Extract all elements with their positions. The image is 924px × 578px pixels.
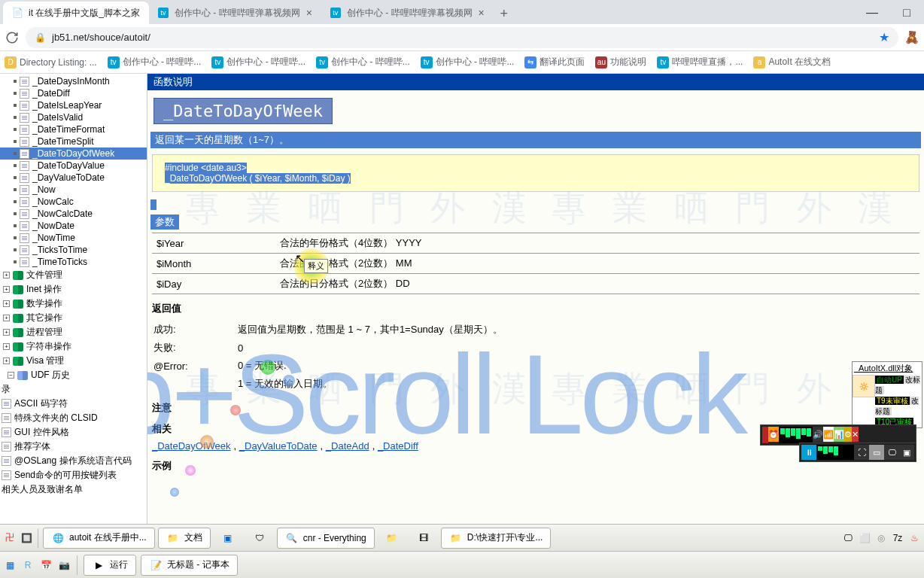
clock-icon[interactable]: ⏰ bbox=[768, 427, 779, 442]
bookmark-item[interactable]: tv创作中心 - 哔哩哔... bbox=[108, 56, 202, 68]
tree-item[interactable]: GUI 控件风格 bbox=[0, 425, 147, 440]
app-icon[interactable]: 🖵 bbox=[841, 531, 855, 545]
expand-icon[interactable]: + bbox=[3, 315, 10, 321]
expand-icon[interactable]: + bbox=[3, 286, 10, 293]
app-icon[interactable]: ⬜ bbox=[858, 531, 871, 545]
tree-item[interactable]: _NowCalc bbox=[0, 196, 147, 208]
gear-icon[interactable]: ⚙ bbox=[844, 427, 852, 442]
tab-active[interactable]: 📄 it 在线手册中文版_脚本之家 bbox=[3, 2, 149, 24]
app-icon[interactable]: ▦ bbox=[3, 558, 17, 572]
nav-tree[interactable]: _DateDaysInMonth_DateDiff_DateIsLeapYear… bbox=[0, 74, 147, 524]
close-icon[interactable]: × bbox=[479, 7, 485, 19]
expand-icon[interactable]: + bbox=[3, 343, 10, 350]
app-icon[interactable]: 📅 bbox=[39, 558, 53, 572]
tree-item[interactable]: _TimeToTicks bbox=[0, 256, 147, 268]
close-icon[interactable]: × bbox=[306, 7, 312, 19]
extension-icon[interactable]: 🧸 bbox=[904, 30, 919, 44]
app-icon[interactable]: 📷 bbox=[57, 558, 71, 572]
app-icon[interactable]: 卍 bbox=[3, 531, 17, 545]
tree-item[interactable]: _DateToDayOfWeek bbox=[0, 148, 147, 160]
tree-folder[interactable]: +文件管理 bbox=[0, 268, 147, 282]
border-icon[interactable]: ▣ bbox=[899, 445, 914, 460]
tree-folder[interactable]: +Inet 操作 bbox=[0, 282, 147, 297]
star-icon[interactable]: ★ bbox=[879, 30, 889, 44]
close-icon[interactable]: ✕ bbox=[852, 427, 859, 442]
taskbar-folder[interactable]: 📁D:\快速打开\专业... bbox=[441, 528, 552, 549]
app-icon[interactable]: ◎ bbox=[874, 531, 888, 545]
tree-item[interactable]: _DayValueToDate bbox=[0, 172, 147, 184]
taskbar-2[interactable]: ▦ R 📅 📷 ▶运行 📝无标题 - 记事本 bbox=[0, 551, 924, 578]
bookmark-item[interactable]: tv创作中心 - 哔哩哔... bbox=[316, 56, 410, 68]
related-link[interactable]: _DayValueToDate bbox=[239, 440, 318, 452]
taskbar-app[interactable]: 🎞 bbox=[409, 528, 438, 548]
app-icon[interactable]: ♨ bbox=[907, 531, 921, 545]
tree-folder[interactable]: +Visa 管理 bbox=[0, 354, 147, 368]
taskbar-everything[interactable]: 🔍cnr - Everything bbox=[277, 528, 375, 549]
taskbar-chrome[interactable]: 🌐autoit 在线手册中... bbox=[43, 528, 155, 549]
equalizer-icon[interactable] bbox=[779, 427, 813, 443]
tree-item[interactable]: _DateIsLeapYear bbox=[0, 99, 147, 111]
tree-item[interactable]: 推荐字体 bbox=[0, 440, 147, 454]
bookmark-item[interactable]: DDirectory Listing: ... bbox=[5, 56, 97, 68]
taskbar-notepad[interactable]: 📝无标题 - 记事本 bbox=[141, 555, 238, 576]
expand-icon[interactable]: + bbox=[3, 272, 10, 278]
maximize-button[interactable]: □ bbox=[889, 2, 924, 24]
tree-folder[interactable]: +数学操作 bbox=[0, 297, 147, 311]
tab-2[interactable]: tv 创作中心 - 哔哩哔哩弹幕视频网 × bbox=[149, 2, 321, 24]
tab-3[interactable]: tv 创作中心 - 哔哩哔哩弹幕视频网 × bbox=[321, 2, 494, 24]
tree-item[interactable]: _NowTime bbox=[0, 232, 147, 244]
tree-item[interactable]: _Now bbox=[0, 184, 147, 196]
new-tab-button[interactable]: + bbox=[494, 3, 515, 24]
tree-item[interactable]: _DateDiff bbox=[0, 87, 147, 99]
app-icon[interactable]: R bbox=[21, 558, 35, 572]
tree-item[interactable]: Send命令的可用按键列表 bbox=[0, 468, 147, 482]
taskbar-run[interactable]: ▶运行 bbox=[84, 555, 136, 576]
app-icon[interactable]: 🔲 bbox=[20, 531, 33, 545]
taskbar-app[interactable]: 🛡 bbox=[245, 528, 274, 548]
related-link[interactable]: _DateDayOfWeek bbox=[152, 440, 231, 452]
equalizer-icon[interactable] bbox=[816, 445, 854, 460]
url-input[interactable]: 🔒 jb51.net/shouce/autoit/ ★ bbox=[26, 27, 898, 48]
bookmark-item[interactable]: ⇆翻译此页面 bbox=[524, 56, 585, 68]
expand-icon[interactable]: + bbox=[3, 329, 10, 336]
monitor-icon[interactable]: 🖵 bbox=[884, 445, 899, 460]
tree-folder[interactable]: +其它操作 bbox=[0, 311, 147, 325]
record-icon[interactable] bbox=[762, 427, 768, 443]
tree-folder[interactable]: +进程管理 bbox=[0, 325, 147, 339]
taskbar-1[interactable]: 卍 🔲 🌐autoit 在线手册中... 📁文档 ▣ 🛡 🔍cnr - Ever… bbox=[0, 524, 924, 551]
tree-item[interactable]: _DateDaysInMonth bbox=[0, 75, 147, 87]
bookmark-item[interactable]: aAutoIt 在线文档 bbox=[753, 56, 831, 68]
expand-icon[interactable]: + bbox=[3, 300, 10, 307]
reload-icon[interactable] bbox=[5, 30, 20, 45]
tree-item[interactable]: _NowCalcDate bbox=[0, 208, 147, 220]
related-link[interactable]: _DateAdd bbox=[326, 440, 369, 452]
pause-icon[interactable]: ⏸ bbox=[801, 445, 816, 460]
tree-item[interactable]: _DateToDayValue bbox=[0, 160, 147, 172]
system-tray-float-2[interactable]: ⏸ ⛶ ▭ 🖵 ▣ bbox=[799, 443, 916, 462]
float-panel[interactable]: _AutoItX.dll对象 🔆 自动UP改标题 T9未审核改标题 T10已审核 bbox=[852, 361, 922, 428]
volume-icon[interactable]: 🔊 bbox=[813, 427, 823, 442]
minimize-button[interactable]: — bbox=[855, 2, 889, 24]
expand-icon[interactable]: ⛶ bbox=[854, 445, 869, 460]
taskbar-folder[interactable]: 📁文档 bbox=[158, 528, 211, 549]
tree-item[interactable]: _TicksToTime bbox=[0, 244, 147, 256]
collapse-icon[interactable]: − bbox=[8, 372, 14, 379]
signal-icon[interactable]: 📶 bbox=[823, 427, 834, 442]
tree-item[interactable]: _DateTimeFormat bbox=[0, 123, 147, 135]
tree-item[interactable]: 特殊文件夹的 CLSID bbox=[0, 411, 147, 425]
related-link[interactable]: _DateDiff bbox=[378, 440, 418, 452]
tree-item[interactable]: −UDF 历史 bbox=[0, 368, 147, 382]
tree-item[interactable]: _NowDate bbox=[0, 220, 147, 232]
taskbar-app[interactable]: 📁 bbox=[378, 528, 406, 548]
tree-item[interactable]: @OSLang 操作系统语言代码 bbox=[0, 454, 147, 468]
bookmark-item[interactable]: tv创作中心 - 哔哩哔... bbox=[211, 56, 305, 68]
tree-item[interactable]: 录 bbox=[0, 382, 147, 397]
taskbar-app[interactable]: ▣ bbox=[214, 528, 242, 548]
bookmark-item[interactable]: tv创作中心 - 哔哩哔... bbox=[421, 56, 515, 68]
window-icon[interactable]: ▭ bbox=[869, 445, 884, 460]
tree-item[interactable]: ASCII 码字符 bbox=[0, 397, 147, 411]
bookmark-item[interactable]: au功能说明 bbox=[595, 56, 646, 68]
chart-icon[interactable]: 📊 bbox=[834, 427, 844, 442]
bookmark-item[interactable]: tv哔哩哔哩直播，... bbox=[657, 56, 743, 68]
tree-footer[interactable]: 相关人员及致谢名单 bbox=[0, 482, 147, 497]
